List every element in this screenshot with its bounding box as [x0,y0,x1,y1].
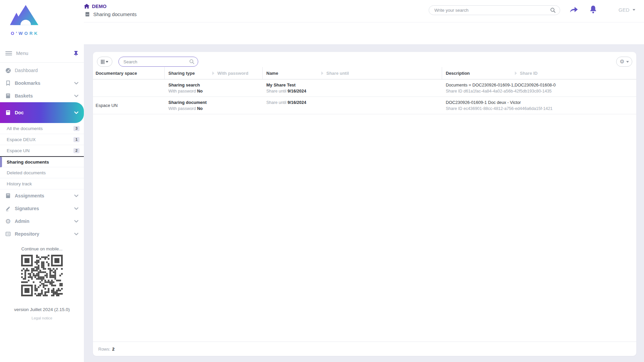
chevron-down-icon [74,111,78,114]
main-area: ⚙ Documentary space Sharing type With pa… [84,44,644,362]
cell-description: Documents = DOC230926-01609-1,DOC230926-… [442,79,514,97]
bell-icon [589,5,597,14]
chevron-down-icon [74,220,78,223]
bookmark-icon [5,80,11,86]
search-icon[interactable] [189,59,195,64]
sidebar-item-all-the-documents[interactable]: All the documents 3 [0,123,84,134]
column-header-share-id[interactable]: Share ID [514,67,636,79]
list-icon [5,231,11,237]
logo-mountain-icon [9,3,40,29]
table-search [118,57,198,67]
column-header-description[interactable]: Description [442,67,514,79]
gear-icon: ⚙ [5,218,11,225]
hamburger-menu-icon[interactable] [5,51,12,55]
chevron-down-icon [74,194,78,197]
column-header-share-until[interactable]: Share until [320,67,442,79]
sidebar-item-assignments[interactable]: Assignments [0,189,84,202]
sidebar-menu-row: Menu [0,44,84,63]
caret-down-icon [633,9,635,11]
sidebar: Menu Dashboard Bookmarks [0,44,84,362]
table-body: Sharing search With password No My Share… [93,79,636,342]
app-logo[interactable]: O'WORK [5,3,43,36]
content-card: ⚙ Documentary space Sharing type With pa… [93,52,636,356]
rows-count-label: Rows: [98,347,110,352]
legal-notice-link[interactable]: Legal notice [0,316,84,320]
column-header-documentary-space[interactable]: Documentary space [93,67,164,79]
sidebar-item-baskets[interactable]: Baskets [0,89,84,102]
sidebar-item-history-track[interactable]: History track [0,178,84,189]
share-button[interactable] [569,6,578,15]
count-badge: 3 [73,126,79,131]
sidebar-item-repository[interactable]: Repository [0,228,84,240]
user-menu-label: GED [619,7,630,13]
count-badge: 1 [73,137,79,142]
cell-share-id [514,97,636,114]
sort-chevron-icon [321,71,324,75]
cell-share-id [514,79,636,97]
count-badge: 2 [73,148,79,153]
notifications-button[interactable] [589,5,597,15]
chevron-down-icon [74,95,78,98]
sidebar-item-signatures[interactable]: Signatures [0,202,84,215]
chevron-down-icon [74,233,78,236]
book-icon [5,110,11,115]
page-title: Sharing documents [84,11,137,17]
cell-sharing-type: Sharing search With password No [164,79,211,97]
cell-sharing-type: Sharing document With password No [164,97,211,114]
cell-name: Share until 9/16/2024 [262,97,320,114]
sort-chevron-icon [212,71,215,75]
cell-with-password [211,97,262,114]
breadcrumb-home[interactable]: DEMO [84,4,137,9]
table-row[interactable]: Sharing search With password No My Share… [93,79,636,97]
sidebar-item-doc[interactable]: Doc [0,102,84,123]
rows-count-value: 2 [112,347,114,352]
pin-icon[interactable] [73,51,78,56]
mobile-hint: Continue on mobile... [0,246,84,251]
header-divider [84,22,644,22]
sidebar-item-bookmarks[interactable]: Bookmarks [0,77,84,89]
columns-icon [101,60,104,64]
cell-name: My Share Test Share until 9/16/2024 [262,79,320,97]
gear-icon: ⚙ [620,59,624,64]
table-search-input[interactable] [123,59,189,64]
table-row[interactable]: Espace UN Sharing document With password… [93,97,636,114]
sidebar-item-dashboard[interactable]: Dashboard [0,64,84,77]
share-icon [569,6,578,14]
cell-share-until [320,97,442,114]
document-icon [85,12,90,17]
qr-code [21,255,63,296]
columns-toggle-button[interactable] [97,57,112,67]
cell-documentary-space [93,79,164,97]
table-toolbar: ⚙ [93,52,636,67]
breadcrumb: DEMO Sharing documents [84,4,137,17]
breadcrumb-app-label: DEMO [92,4,107,9]
cell-documentary-space: Espace UN [93,97,164,114]
global-search [429,5,560,15]
book-icon [5,93,11,99]
menu-label: Menu [16,51,28,56]
logo-text: O'WORK [5,31,43,36]
sidebar-item-admin[interactable]: ⚙ Admin [0,215,84,228]
sidebar-item-espace-un[interactable]: Espace UN 2 [0,145,84,156]
sidebar-item-deleted-documents[interactable]: Deleted documents [0,167,84,178]
dashboard-icon [5,68,11,73]
search-icon[interactable] [550,7,556,13]
pen-icon [5,206,11,211]
doc-submenu: All the documents 3 Espace DEUX 1 Espace… [0,123,84,189]
column-header-name[interactable]: Name [262,67,320,79]
user-menu[interactable]: GED [619,7,635,13]
sidebar-item-espace-deux[interactable]: Espace DEUX 1 [0,134,84,145]
column-header-with-password[interactable]: With password [211,67,262,79]
caret-down-icon [626,61,629,63]
global-search-input[interactable] [434,8,550,13]
sidebar-item-sharing-documents[interactable]: Sharing documents [0,156,84,167]
version-label: version Juillet 2024 (2.15.0) [0,307,84,312]
column-header-sharing-type[interactable]: Sharing type [164,67,211,79]
page-title-label: Sharing documents [93,11,137,17]
cell-with-password [211,79,262,97]
book-icon [5,193,11,198]
cell-description: DOC230926-01609-1 Doc deux - Victor Shar… [442,97,514,114]
top-header: O'WORK DEMO Sharing documents [0,0,644,44]
table-footer: Rows: 2 [93,342,636,356]
table-settings-button[interactable]: ⚙ [616,57,632,67]
